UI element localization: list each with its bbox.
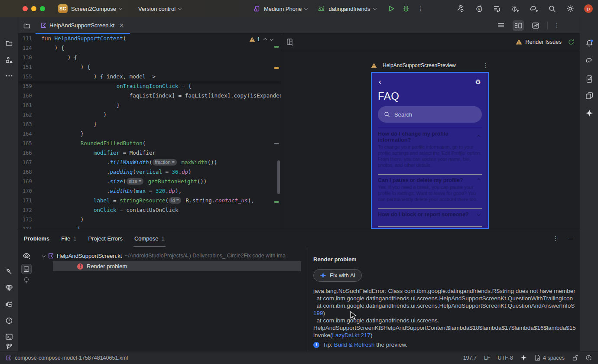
project-selector[interactable]: Screen2Compose bbox=[68, 6, 122, 12]
problems-tab-compose[interactable]: Compose1 bbox=[134, 235, 165, 242]
tree-problem-label: Render problem bbox=[87, 263, 127, 270]
inspection-widget[interactable]: 1 bbox=[247, 36, 275, 43]
minimize-panel-icon[interactable]: ─ bbox=[568, 235, 573, 242]
warning-icon bbox=[249, 37, 255, 42]
fold-marker-gray bbox=[274, 143, 279, 144]
layout-inspector-icon[interactable] bbox=[585, 92, 593, 100]
notifications-bell-icon[interactable] bbox=[585, 39, 594, 48]
code-line-161: 161 } bbox=[18, 101, 281, 110]
window-controls bbox=[23, 6, 45, 11]
code-line-168: 168 .padding(vertical = 36.dp) bbox=[18, 167, 281, 177]
user-avatar[interactable]: p bbox=[584, 4, 593, 13]
chevron-down-icon bbox=[373, 6, 376, 10]
split-view-button[interactable] bbox=[513, 20, 524, 31]
problems-panel: ProblemsFile1Project ErrorsCompose1 ⋮ ─ bbox=[18, 229, 580, 351]
resource-manager-icon[interactable] bbox=[5, 56, 13, 64]
project-tool-icon[interactable] bbox=[5, 39, 13, 47]
editor-options-icon[interactable]: ⋮ bbox=[554, 22, 560, 29]
caret-position[interactable]: 197:7 bbox=[463, 355, 477, 361]
render-issues-button[interactable]: Render Issues bbox=[516, 39, 562, 45]
stack-link[interactable]: LazyDsl.kt:217 bbox=[332, 332, 371, 338]
folder-icon[interactable] bbox=[18, 22, 36, 29]
next-problem-icon[interactable] bbox=[270, 37, 273, 41]
apply-changes-icon[interactable]: A bbox=[474, 4, 483, 13]
vcs-label: Version control bbox=[138, 6, 176, 12]
tree-file-row[interactable]: HelpAndSupportScreen.kt ~/AndroidStudioP… bbox=[35, 251, 308, 260]
running-devices-icon[interactable] bbox=[585, 75, 593, 83]
ai-status-sparkle-icon[interactable] bbox=[520, 354, 527, 361]
code-editor[interactable]: 111 fun HelpAndSupportContent(124 ) {130… bbox=[18, 34, 281, 229]
terminal-tool-icon[interactable] bbox=[5, 333, 13, 341]
logcat-icon[interactable] bbox=[5, 300, 13, 308]
gradle-sync-icon[interactable] bbox=[529, 4, 539, 13]
preview-source-toggle[interactable] bbox=[21, 264, 32, 274]
close-tab-icon[interactable]: ✕ bbox=[119, 22, 124, 29]
code-view-button[interactable] bbox=[495, 20, 507, 31]
editor-tab-bar: HelpAndSupportScreen.kt ✕ ⋮ bbox=[18, 17, 580, 34]
prev-problem-icon[interactable] bbox=[263, 38, 267, 42]
stack-link[interactable]: 199 bbox=[313, 310, 323, 316]
stack-line: invoke(LazyDsl.kt:217) bbox=[313, 332, 580, 339]
change-marker-green-2 bbox=[274, 201, 279, 203]
layout-grid-icon[interactable] bbox=[286, 38, 294, 46]
status-problems-icon[interactable] bbox=[585, 354, 592, 361]
build-tool-icon[interactable] bbox=[5, 268, 13, 276]
fix-with-ai-button[interactable]: Fix with AI bbox=[313, 269, 362, 282]
editor-scrollbar[interactable] bbox=[277, 160, 280, 194]
zoom-window-button[interactable] bbox=[40, 6, 45, 11]
preview-title-row[interactable]: HelpAndSupportScreenPreview ⋮ bbox=[371, 62, 489, 69]
faq-item: How do I change my profile information? bbox=[378, 131, 482, 143]
gradle-tool-icon[interactable] bbox=[585, 56, 594, 64]
view-options-eye-icon[interactable] bbox=[23, 253, 30, 259]
vcs-tool-icon[interactable] bbox=[5, 343, 13, 351]
line-separator[interactable]: LF bbox=[484, 355, 491, 361]
problems-tab-problems[interactable]: Problems bbox=[24, 235, 49, 242]
quickfix-bulb-icon[interactable] bbox=[23, 277, 29, 284]
more-tool-windows-icon[interactable] bbox=[6, 75, 13, 77]
kotlin-file-icon bbox=[48, 253, 54, 259]
vcs-menu[interactable]: Version control bbox=[138, 6, 181, 12]
problems-tool-icon[interactable] bbox=[5, 317, 13, 325]
faq-answer: To change your profile information, go t… bbox=[378, 144, 482, 168]
preview-render-frame[interactable]: ‹ ⚙ FAQ Search How do I change my profil… bbox=[371, 72, 489, 229]
code-line-163: 163 } bbox=[18, 120, 281, 129]
refresh-preview-icon[interactable] bbox=[568, 39, 575, 46]
status-file[interactable]: compose-compose-model-1758748140651.xml bbox=[6, 355, 128, 361]
kotlin-file-icon bbox=[41, 23, 46, 28]
run-config-selector[interactable]: datingandfriends bbox=[318, 6, 376, 12]
tab-helpandsupportscreen[interactable]: HelpAndSupportScreen.kt ✕ bbox=[36, 17, 130, 34]
problem-detail-pane: Render problem Fix with AI java.lang.NoS… bbox=[308, 247, 580, 351]
close-window-button[interactable] bbox=[23, 6, 28, 11]
problems-tab-file[interactable]: File1 bbox=[61, 235, 76, 242]
settings-gear-icon[interactable] bbox=[566, 4, 575, 13]
gemini-sparkle-icon[interactable] bbox=[585, 109, 593, 117]
build-project-icon[interactable] bbox=[456, 4, 465, 13]
title-bar: SC Screen2Compose Version control Medium… bbox=[0, 0, 598, 17]
faq-answer: Yes. If you need a break, you can pause … bbox=[378, 184, 482, 202]
panel-options-icon[interactable]: ⋮ bbox=[552, 235, 559, 242]
info-icon: i bbox=[313, 342, 319, 348]
unlocked-padlock-icon[interactable] bbox=[572, 354, 578, 361]
kotlin-file-icon bbox=[6, 355, 11, 361]
mouse-cursor bbox=[350, 311, 357, 320]
code-line-172: 172 onClick = contactUsOnClick bbox=[18, 205, 281, 215]
attach-debugger-icon[interactable] bbox=[511, 4, 520, 13]
tree-problem-row[interactable]: ! Render problem bbox=[53, 261, 301, 271]
compose-preview-panel: Render Issues HelpAndSupportScreenPrevie… bbox=[281, 34, 580, 229]
file-encoding[interactable]: UTF-8 bbox=[498, 355, 513, 361]
apply-code-changes-icon[interactable] bbox=[493, 4, 501, 13]
more-run-options-button[interactable]: ⋮ bbox=[418, 5, 424, 12]
search-everywhere-icon[interactable] bbox=[548, 5, 556, 13]
debug-button[interactable] bbox=[402, 5, 410, 13]
preview-options-icon[interactable]: ⋮ bbox=[483, 62, 489, 69]
faq-search-bar: Search bbox=[378, 106, 482, 123]
problems-toolbar bbox=[18, 247, 35, 351]
problems-tab-project-errors[interactable]: Project Errors bbox=[88, 235, 122, 242]
minimize-window-button[interactable] bbox=[31, 6, 36, 11]
run-button[interactable] bbox=[387, 5, 395, 13]
build-refresh-link[interactable]: Build & Refresh bbox=[334, 341, 375, 348]
app-quality-insights-icon[interactable] bbox=[5, 284, 13, 292]
design-view-button[interactable] bbox=[530, 20, 541, 31]
device-selector[interactable]: Medium Phone bbox=[254, 5, 307, 12]
indent-setting[interactable]: 4 spaces bbox=[534, 354, 565, 361]
